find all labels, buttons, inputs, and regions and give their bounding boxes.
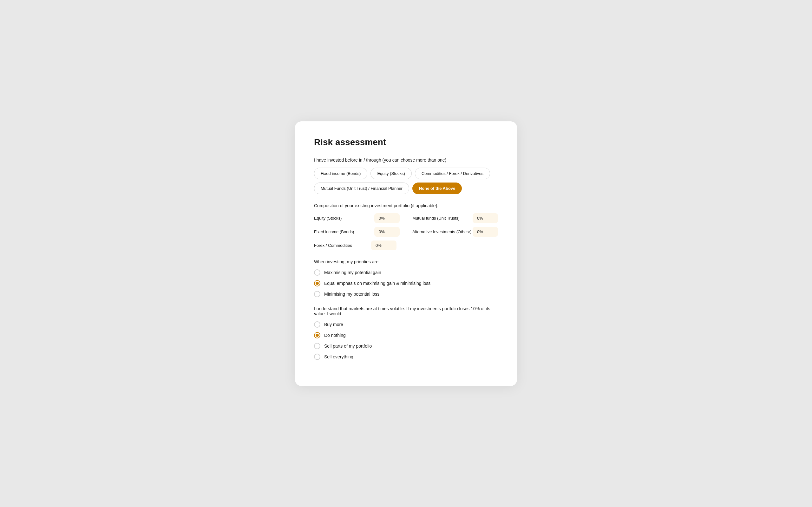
mutual-funds-input[interactable] — [473, 213, 498, 223]
radio-equal-emphasis[interactable]: Equal emphasis on maximising gain & mini… — [314, 280, 498, 286]
radio-min-loss[interactable]: Minimising my potential loss — [314, 291, 498, 297]
radio-outer-max-gain — [314, 269, 320, 276]
radio-outer-min-loss — [314, 291, 320, 297]
radio-label-buy-more: Buy more — [324, 322, 343, 327]
priorities-section: When investing, my priorities are Maximi… — [314, 259, 498, 297]
chip-none-above[interactable]: None of the Above — [412, 182, 462, 194]
fixed-income-row: Fixed income (Bonds) — [314, 227, 400, 237]
composition-grid: Equity (Stocks) Mutual funds (Unit Trust… — [314, 213, 498, 237]
fixed-income-label: Fixed income (Bonds) — [314, 229, 354, 234]
volatility-radio-group: Buy more Do nothing Sell parts of my por… — [314, 321, 498, 360]
alternative-row: Alternative Investments (Othesr) — [412, 227, 498, 237]
radio-label-do-nothing: Do nothing — [324, 333, 346, 338]
radio-label-max-gain: Maximising my potential gain — [324, 270, 381, 275]
equity-stocks-row: Equity (Stocks) — [314, 213, 400, 223]
risk-assessment-card: Risk assessment I have invested before i… — [295, 121, 517, 386]
radio-label-sell-parts: Sell parts of my portfolio — [324, 343, 372, 349]
mutual-funds-label: Mutual funds (Unit Trusts) — [412, 216, 460, 221]
radio-outer-equal-emphasis — [314, 280, 320, 286]
volatility-label: I understand that markets are at times v… — [314, 306, 498, 316]
volatility-section: I understand that markets are at times v… — [314, 306, 498, 360]
priorities-radio-group: Maximising my potential gain Equal empha… — [314, 269, 498, 297]
radio-outer-sell-everything — [314, 354, 320, 360]
chip-mutual-funds[interactable]: Mutual Funds (Unit Trust) / Financial Pl… — [314, 182, 409, 194]
equity-stocks-label: Equity (Stocks) — [314, 216, 342, 221]
radio-max-gain[interactable]: Maximising my potential gain — [314, 269, 498, 276]
radio-buy-more[interactable]: Buy more — [314, 321, 498, 328]
forex-input[interactable] — [371, 240, 397, 250]
forex-row: Forex / Commodities — [314, 240, 498, 250]
chip-equity-stocks[interactable]: Equity (Stocks) — [370, 168, 411, 179]
alternative-label: Alternative Investments (Othesr) — [412, 229, 471, 234]
radio-outer-sell-parts — [314, 343, 320, 349]
forex-label: Forex / Commodities — [314, 243, 365, 248]
investment-types-label: I have invested before in / through (you… — [314, 158, 498, 163]
page-title: Risk assessment — [314, 137, 498, 147]
priorities-label: When investing, my priorities are — [314, 259, 498, 264]
alternative-input[interactable] — [473, 227, 498, 237]
radio-label-min-loss: Minimising my potential loss — [324, 291, 379, 297]
composition-section: Composition of your existing investment … — [314, 203, 498, 250]
mutual-funds-row: Mutual funds (Unit Trusts) — [412, 213, 498, 223]
chip-fixed-income[interactable]: Fixed income (Bonds) — [314, 168, 367, 179]
radio-inner-equal-emphasis — [316, 282, 319, 285]
investment-chips-row-2: Mutual Funds (Unit Trust) / Financial Pl… — [314, 182, 498, 194]
fixed-income-input[interactable] — [374, 227, 400, 237]
equity-stocks-input[interactable] — [374, 213, 400, 223]
radio-outer-buy-more — [314, 321, 320, 328]
radio-do-nothing[interactable]: Do nothing — [314, 332, 498, 338]
radio-label-equal-emphasis: Equal emphasis on maximising gain & mini… — [324, 281, 430, 286]
chip-commodities[interactable]: Commodities / Forex / Derivatives — [415, 168, 490, 179]
investment-chips-row: Fixed income (Bonds) Equity (Stocks) Com… — [314, 168, 498, 179]
radio-sell-parts[interactable]: Sell parts of my portfolio — [314, 343, 498, 349]
composition-label: Composition of your existing investment … — [314, 203, 498, 208]
radio-outer-do-nothing — [314, 332, 320, 338]
radio-inner-do-nothing — [316, 334, 319, 337]
radio-sell-everything[interactable]: Sell everything — [314, 354, 498, 360]
radio-label-sell-everything: Sell everything — [324, 354, 353, 359]
investment-types-section: I have invested before in / through (you… — [314, 158, 498, 194]
